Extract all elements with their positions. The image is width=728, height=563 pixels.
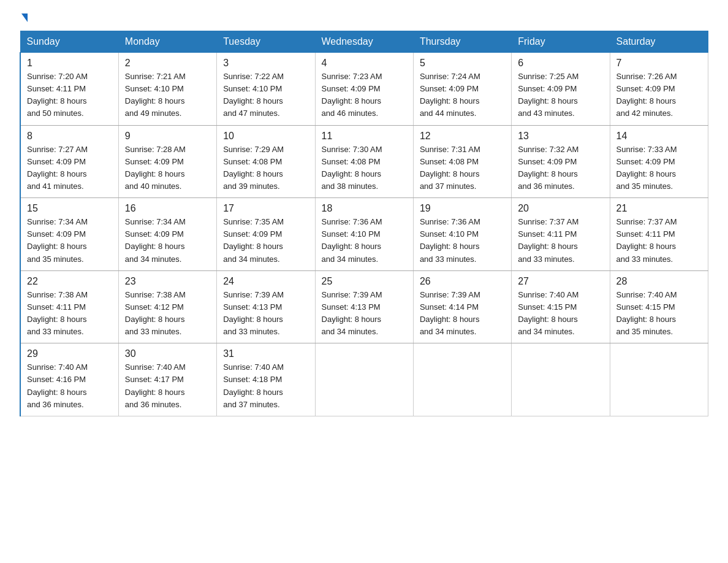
day-number: 11 [322,131,407,142]
day-info: Sunrise: 7:34 AMSunset: 4:09 PMDaylight:… [27,217,88,263]
day-info: Sunrise: 7:29 AMSunset: 4:08 PMDaylight:… [223,145,284,191]
day-number: 12 [420,131,505,142]
day-number: 6 [518,58,603,69]
weekday-header-monday: Monday [118,31,216,53]
day-info: Sunrise: 7:40 AMSunset: 4:16 PMDaylight:… [27,362,88,408]
day-info: Sunrise: 7:30 AMSunset: 4:08 PMDaylight:… [322,145,382,191]
calendar-cell: 19 Sunrise: 7:36 AMSunset: 4:10 PMDaylig… [413,198,511,271]
weekday-header-tuesday: Tuesday [217,31,315,53]
day-number: 24 [223,276,308,287]
day-number: 21 [616,203,702,214]
day-info: Sunrise: 7:37 AMSunset: 4:11 PMDaylight:… [518,217,578,263]
calendar-cell: 2 Sunrise: 7:21 AMSunset: 4:10 PMDayligh… [118,53,216,126]
day-info: Sunrise: 7:37 AMSunset: 4:11 PMDaylight:… [616,217,677,263]
day-info: Sunrise: 7:31 AMSunset: 4:08 PMDaylight:… [420,145,480,191]
day-number: 14 [616,131,702,142]
day-info: Sunrise: 7:33 AMSunset: 4:09 PMDaylight:… [616,145,677,191]
day-info: Sunrise: 7:25 AMSunset: 4:09 PMDaylight:… [518,72,578,118]
calendar-cell: 11 Sunrise: 7:30 AMSunset: 4:08 PMDaylig… [315,125,413,198]
calendar-table: SundayMondayTuesdayWednesdayThursdayFrid… [20,31,708,416]
day-info: Sunrise: 7:34 AMSunset: 4:09 PMDaylight:… [125,217,186,263]
day-info: Sunrise: 7:38 AMSunset: 4:11 PMDaylight:… [27,290,88,336]
calendar-cell: 9 Sunrise: 7:28 AMSunset: 4:09 PMDayligh… [118,125,216,198]
calendar-cell [512,343,610,416]
day-number: 18 [322,203,407,214]
day-info: Sunrise: 7:35 AMSunset: 4:09 PMDaylight:… [223,217,284,263]
day-info: Sunrise: 7:38 AMSunset: 4:12 PMDaylight:… [125,290,186,336]
weekday-header-sunday: Sunday [20,31,118,53]
day-info: Sunrise: 7:36 AMSunset: 4:10 PMDaylight:… [420,217,480,263]
weekday-header-wednesday: Wednesday [315,31,413,53]
week-row-5: 29 Sunrise: 7:40 AMSunset: 4:16 PMDaylig… [20,343,708,416]
day-info: Sunrise: 7:39 AMSunset: 4:13 PMDaylight:… [322,290,382,336]
logo-triangle-icon [21,13,28,22]
day-number: 15 [27,203,112,214]
calendar-cell: 25 Sunrise: 7:39 AMSunset: 4:13 PMDaylig… [315,270,413,343]
day-info: Sunrise: 7:36 AMSunset: 4:10 PMDaylight:… [322,217,382,263]
calendar-cell: 10 Sunrise: 7:29 AMSunset: 4:08 PMDaylig… [217,125,315,198]
calendar-cell [315,343,413,416]
day-number: 30 [125,348,210,359]
calendar-cell: 21 Sunrise: 7:37 AMSunset: 4:11 PMDaylig… [610,198,708,271]
logo [20,15,28,23]
day-info: Sunrise: 7:40 AMSunset: 4:15 PMDaylight:… [518,290,578,336]
day-info: Sunrise: 7:27 AMSunset: 4:09 PMDaylight:… [27,145,88,191]
day-info: Sunrise: 7:32 AMSunset: 4:09 PMDaylight:… [518,145,578,191]
day-number: 3 [223,58,308,69]
day-number: 27 [518,276,603,287]
day-number: 25 [322,276,407,287]
day-number: 10 [223,131,308,142]
day-number: 23 [125,276,210,287]
day-number: 31 [223,348,308,359]
calendar-cell: 22 Sunrise: 7:38 AMSunset: 4:11 PMDaylig… [20,270,118,343]
day-info: Sunrise: 7:40 AMSunset: 4:18 PMDaylight:… [223,362,284,408]
calendar-cell: 1 Sunrise: 7:20 AMSunset: 4:11 PMDayligh… [20,53,118,126]
calendar-cell: 30 Sunrise: 7:40 AMSunset: 4:17 PMDaylig… [118,343,216,416]
calendar-cell: 7 Sunrise: 7:26 AMSunset: 4:09 PMDayligh… [610,53,708,126]
calendar-cell: 23 Sunrise: 7:38 AMSunset: 4:12 PMDaylig… [118,270,216,343]
day-info: Sunrise: 7:28 AMSunset: 4:09 PMDaylight:… [125,145,186,191]
day-number: 19 [420,203,505,214]
day-number: 9 [125,131,210,142]
calendar-cell: 6 Sunrise: 7:25 AMSunset: 4:09 PMDayligh… [512,53,610,126]
day-info: Sunrise: 7:40 AMSunset: 4:17 PMDaylight:… [125,362,186,408]
calendar-cell: 14 Sunrise: 7:33 AMSunset: 4:09 PMDaylig… [610,125,708,198]
calendar-cell [413,343,511,416]
day-number: 2 [125,58,210,69]
calendar-cell: 13 Sunrise: 7:32 AMSunset: 4:09 PMDaylig… [512,125,610,198]
page-header [20,15,708,23]
day-number: 29 [27,348,112,359]
weekday-header-thursday: Thursday [413,31,511,53]
calendar-cell: 15 Sunrise: 7:34 AMSunset: 4:09 PMDaylig… [20,198,118,271]
day-number: 7 [616,58,702,69]
weekday-header-friday: Friday [512,31,610,53]
calendar-cell: 17 Sunrise: 7:35 AMSunset: 4:09 PMDaylig… [217,198,315,271]
day-info: Sunrise: 7:21 AMSunset: 4:10 PMDaylight:… [125,72,186,118]
calendar-cell: 27 Sunrise: 7:40 AMSunset: 4:15 PMDaylig… [512,270,610,343]
calendar-cell: 24 Sunrise: 7:39 AMSunset: 4:13 PMDaylig… [217,270,315,343]
calendar-cell: 16 Sunrise: 7:34 AMSunset: 4:09 PMDaylig… [118,198,216,271]
day-info: Sunrise: 7:39 AMSunset: 4:13 PMDaylight:… [223,290,284,336]
calendar-cell: 20 Sunrise: 7:37 AMSunset: 4:11 PMDaylig… [512,198,610,271]
weekday-header-row: SundayMondayTuesdayWednesdayThursdayFrid… [20,31,708,53]
day-info: Sunrise: 7:26 AMSunset: 4:09 PMDaylight:… [616,72,677,118]
day-number: 26 [420,276,505,287]
calendar-cell: 5 Sunrise: 7:24 AMSunset: 4:09 PMDayligh… [413,53,511,126]
calendar-cell: 31 Sunrise: 7:40 AMSunset: 4:18 PMDaylig… [217,343,315,416]
day-number: 13 [518,131,603,142]
day-number: 5 [420,58,505,69]
day-number: 20 [518,203,603,214]
week-row-1: 1 Sunrise: 7:20 AMSunset: 4:11 PMDayligh… [20,53,708,126]
day-info: Sunrise: 7:20 AMSunset: 4:11 PMDaylight:… [27,72,88,118]
day-info: Sunrise: 7:39 AMSunset: 4:14 PMDaylight:… [420,290,480,336]
day-number: 16 [125,203,210,214]
week-row-2: 8 Sunrise: 7:27 AMSunset: 4:09 PMDayligh… [20,125,708,198]
day-info: Sunrise: 7:23 AMSunset: 4:09 PMDaylight:… [322,72,382,118]
calendar-cell: 28 Sunrise: 7:40 AMSunset: 4:15 PMDaylig… [610,270,708,343]
day-number: 1 [27,58,112,69]
calendar-cell [610,343,708,416]
calendar-cell: 4 Sunrise: 7:23 AMSunset: 4:09 PMDayligh… [315,53,413,126]
day-info: Sunrise: 7:22 AMSunset: 4:10 PMDaylight:… [223,72,284,118]
calendar-cell: 8 Sunrise: 7:27 AMSunset: 4:09 PMDayligh… [20,125,118,198]
day-number: 28 [616,276,702,287]
